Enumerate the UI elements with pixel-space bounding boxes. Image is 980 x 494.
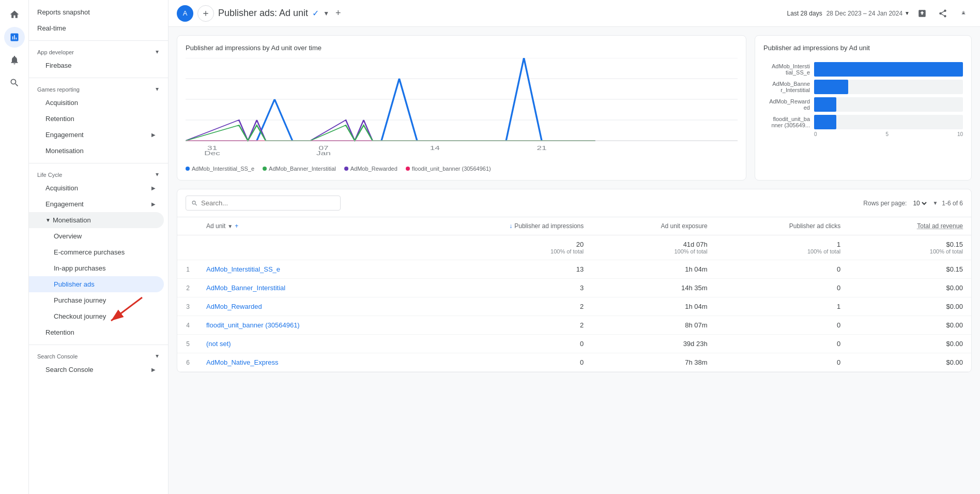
row-clicks: 0 [716, 260, 849, 279]
sidebar-item-retention-lc[interactable]: Retention [29, 324, 164, 340]
row-number: 3 [177, 297, 198, 316]
sidebar-section-games-reporting[interactable]: Games reporting ▲ [29, 82, 168, 95]
sidebar-section-search-console[interactable]: Search Console ▲ [29, 349, 168, 362]
row-clicks: 0 [716, 316, 849, 335]
th-revenue[interactable]: Total ad revenue [849, 217, 971, 235]
bar-fill [814, 115, 836, 129]
row-ad-unit[interactable]: AdMob_Rewarded [198, 297, 414, 316]
sidebar-item-label: Retention [45, 328, 74, 336]
bar-track [814, 80, 963, 94]
sidebar-item-label: Engagement [45, 200, 84, 208]
bar-label: floodit_unit_banner (305649... [763, 116, 810, 128]
notifications-icon[interactable] [4, 50, 25, 70]
chevron-up-icon: ▲ [155, 172, 160, 178]
row-ad-unit[interactable]: AdMob_Native_Express [198, 353, 414, 372]
th-exposure[interactable]: Ad unit exposure [592, 217, 715, 235]
rows-per-page-select[interactable]: 10 25 50 [911, 199, 928, 207]
insights-icon[interactable] [955, 5, 972, 22]
row-clicks: 0 [716, 279, 849, 297]
sidebar-item-inapp[interactable]: In-app purchases [29, 260, 164, 276]
sidebar-item-ecommerce[interactable]: E-commerce purchases [29, 244, 164, 260]
svg-text:21: 21 [537, 145, 546, 151]
row-ad-unit[interactable]: AdMob_Banner_Interstitial [198, 279, 414, 297]
chart-legend: AdMob_Interstitial_SS_e AdMob_Banner_Int… [186, 166, 738, 172]
sidebar-section-lifecycle[interactable]: Life Cycle ▲ [29, 168, 168, 180]
sidebar-item-label: Overview [54, 232, 82, 240]
bar-track [814, 97, 963, 112]
search-icon[interactable] [4, 72, 25, 93]
sidebar-section-app-developer[interactable]: App developer ▲ [29, 45, 168, 57]
row-ad-unit[interactable]: (not set) [198, 335, 414, 353]
bar-row: AdMob_Interstitial_SS_e [763, 62, 963, 77]
chevron-down-icon: ▼ [932, 200, 938, 206]
sidebar-item-publisher-ads[interactable]: Publisher ads [29, 276, 164, 292]
line-chart-title: Publisher ad impressions by Ad unit over… [186, 44, 738, 52]
add-comparison-button[interactable] [197, 5, 214, 22]
analytics-icon[interactable] [4, 27, 25, 48]
row-impressions: 2 [414, 316, 592, 335]
legend-item-interstitial: AdMob_Interstitial_SS_e [186, 166, 254, 172]
sidebar-item-checkout-journey[interactable]: Checkout journey [29, 308, 164, 324]
row-revenue: $0.00 [849, 335, 971, 353]
chevron-down-icon[interactable]: ▼ [323, 10, 329, 17]
sidebar-item-overview[interactable]: Overview [29, 228, 164, 244]
sidebar-item-monetisation-games[interactable]: Monetisation [29, 143, 164, 159]
sidebar-item-engagement-games[interactable]: Engagement ▶ [29, 127, 164, 143]
th-clicks[interactable]: Publisher ad clicks [716, 217, 849, 235]
row-ad-unit[interactable]: floodit_unit_banner (30564961) [198, 316, 414, 335]
add-column-icon[interactable]: + [235, 222, 238, 230]
verified-icon: ✓ [312, 8, 319, 18]
table-row: 1 AdMob_Interstitial_SS_e 13 1h 04m 0 $0… [177, 260, 971, 279]
sidebar-item-acquisition-games[interactable]: Acquisition [29, 95, 164, 111]
date-range-picker[interactable]: Last 28 days 28 Dec 2023 – 24 Jan 2024 ▼ [787, 10, 910, 17]
row-ad-unit[interactable]: AdMob_Interstitial_SS_e [198, 260, 414, 279]
table-row: 5 (not set) 0 39d 23h 0 $0.00 [177, 335, 971, 353]
data-table: Ad unit ▼ + ↓ Publisher ad impressions [177, 217, 971, 372]
topbar: A Publisher ads: Ad unit ✓ ▼ + Last 28 d… [169, 0, 980, 27]
row-impressions: 13 [414, 260, 592, 279]
row-revenue: $0.00 [849, 297, 971, 316]
sidebar-item-retention-games[interactable]: Retention [29, 111, 164, 127]
table-row: 4 floodit_unit_banner (30564961) 2 8h 07… [177, 316, 971, 335]
bar-label: AdMob_Interstitial_SS_e [763, 63, 810, 76]
search-input[interactable] [201, 199, 335, 207]
sidebar-item-label: Engagement [45, 131, 84, 139]
sidebar-item-search-console[interactable]: Search Console ▶ [29, 362, 164, 378]
svg-text:Jan: Jan [316, 151, 331, 156]
th-ad-unit[interactable]: Ad unit ▼ + [198, 217, 414, 235]
share-icon[interactable] [935, 5, 951, 22]
table-header-row: Ad unit ▼ + ↓ Publisher ad impressions [177, 217, 971, 235]
sidebar-item-label: Acquisition [45, 184, 78, 192]
legend-dot [186, 167, 190, 171]
bar-chart-card: Publisher ad impressions by Ad unit AdMo… [755, 35, 972, 181]
home-icon[interactable] [4, 4, 25, 25]
sidebar-item-engagement-lc[interactable]: Engagement ▶ [29, 196, 164, 212]
sidebar-item-monetisation-lc[interactable]: ▼ Monetisation [29, 212, 164, 228]
row-revenue: $0.00 [849, 353, 971, 372]
sidebar-item-label: Monetisation [45, 147, 84, 155]
row-impressions: 3 [414, 279, 592, 297]
chevron-down-icon: ▼ [45, 217, 51, 223]
sidebar-item-label: In-app purchases [54, 264, 105, 272]
sidebar-item-label: Checkout journey [54, 312, 106, 320]
sort-icon: ▼ [227, 223, 233, 229]
sidebar-item-reports-snapshot[interactable]: Reports snapshot [29, 4, 164, 20]
th-impressions[interactable]: ↓ Publisher ad impressions [414, 217, 592, 235]
sidebar-item-acquisition-lc[interactable]: Acquisition ▶ [29, 180, 164, 196]
sidebar-item-purchase-journey[interactable]: Purchase journey [29, 292, 164, 308]
export-icon[interactable] [914, 5, 930, 22]
th-row-num [177, 217, 198, 235]
legend-dot [406, 167, 410, 171]
add-filter-icon[interactable]: + [335, 8, 341, 19]
bar-fill [814, 62, 963, 77]
sidebar-item-real-time[interactable]: Real-time [29, 20, 164, 36]
chevron-up-icon: ▲ [155, 354, 160, 360]
sidebar-item-label: Retention [45, 115, 74, 123]
sidebar-item-label: Firebase [45, 62, 72, 69]
bar-label: AdMob_Banner_Interstitial [763, 81, 810, 93]
bar-chart: AdMob_Interstitial_SS_e AdMob_Banner_Int… [763, 58, 963, 129]
sidebar-item-firebase[interactable]: Firebase [29, 57, 164, 73]
row-impressions: 2 [414, 297, 592, 316]
chevron-up-icon: ▲ [155, 50, 160, 55]
rows-per-page: Rows per page: 10 25 50 ▼ 1-6 of 6 [863, 199, 963, 207]
